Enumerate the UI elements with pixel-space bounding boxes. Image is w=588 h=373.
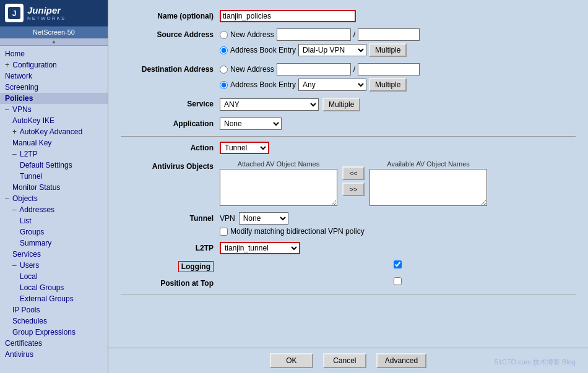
service-row: Service ANY HTTP FTP Multiple bbox=[121, 98, 576, 111]
sidebar-item-summary[interactable]: Summary bbox=[0, 238, 108, 249]
dest-book-select[interactable]: Any Trust Untrust bbox=[298, 79, 366, 91]
sidebar-item-autokey-ike[interactable]: AutoKey IKE bbox=[0, 115, 108, 126]
action-select[interactable]: Tunnel Permit Deny bbox=[220, 142, 269, 154]
source-new-address-input2[interactable] bbox=[358, 28, 420, 41]
sidebar-item-users[interactable]: – Users bbox=[0, 260, 108, 271]
name-input[interactable] bbox=[220, 10, 356, 22]
sidebar-nav: Home + Configuration Network Screening P… bbox=[0, 46, 108, 373]
sidebar-item-policies[interactable]: Policies bbox=[0, 93, 108, 104]
sidebar-item-configuration[interactable]: + Configuration bbox=[0, 59, 108, 71]
l2tp-control: tianjin_tunnel None bbox=[220, 242, 576, 254]
sidebar-item-local[interactable]: Local bbox=[0, 271, 108, 282]
logo-sub: NETWORKS bbox=[27, 15, 66, 21]
sidebar-item-vpns[interactable]: – VPNs bbox=[0, 104, 108, 115]
ok-button[interactable]: OK bbox=[270, 353, 313, 368]
divider1 bbox=[121, 136, 576, 137]
dest-book-label: Address Book Entry bbox=[230, 80, 296, 89]
sidebar-item-groups[interactable]: Groups bbox=[0, 226, 108, 238]
sidebar-item-home[interactable]: Home bbox=[0, 48, 108, 59]
sidebar-item-antivirus[interactable]: Antivirus bbox=[0, 349, 108, 360]
name-row: Name (optional) bbox=[121, 10, 576, 22]
sidebar-item-local-groups[interactable]: Local Groups bbox=[0, 282, 108, 293]
service-control: ANY HTTP FTP Multiple bbox=[220, 98, 576, 111]
application-control: None HTTP bbox=[220, 118, 576, 130]
available-label: Available AV Object Names bbox=[370, 160, 487, 168]
svg-text:J: J bbox=[12, 9, 17, 18]
sidebar-item-ip-pools[interactable]: IP Pools bbox=[0, 304, 108, 315]
modify-row: Modify matching bidirectional VPN policy bbox=[220, 227, 576, 236]
logging-row: Logging bbox=[121, 260, 576, 271]
modify-label: Modify matching bidirectional VPN policy bbox=[230, 227, 365, 236]
source-multiple-button[interactable]: Multiple bbox=[369, 43, 407, 57]
divider2 bbox=[121, 294, 576, 294]
modify-checkbox[interactable] bbox=[220, 228, 228, 236]
sidebar-item-list[interactable]: List bbox=[0, 215, 108, 226]
source-book-label: Address Book Entry bbox=[230, 46, 296, 54]
position-control bbox=[220, 277, 576, 285]
source-address-control: New Address / Address Book Entry Dial-Up… bbox=[220, 28, 576, 57]
vpn-select[interactable]: None tianjin_tunnel bbox=[239, 212, 288, 225]
dest-new-address-radio[interactable] bbox=[220, 66, 228, 74]
logo-text-group: Juniper NETWORKS bbox=[27, 5, 66, 21]
antivirus-row: Antivirus Objects Attached AV Object Nam… bbox=[121, 160, 576, 206]
advanced-button[interactable]: Advanced bbox=[376, 353, 426, 368]
sidebar-item-network[interactable]: Network bbox=[0, 71, 108, 82]
sidebar-item-group-expressions[interactable]: Group Expressions bbox=[0, 327, 108, 338]
logo-icon: J bbox=[5, 4, 24, 22]
dest-new-address-label: New Address bbox=[230, 65, 274, 74]
dest-new-address-input[interactable] bbox=[277, 63, 351, 75]
source-new-address-row: New Address / bbox=[220, 28, 576, 41]
sidebar-item-addresses[interactable]: – Addresses bbox=[0, 204, 108, 215]
antivirus-section: Attached AV Object Names << >> Available… bbox=[220, 160, 576, 206]
dest-multiple-button[interactable]: Multiple bbox=[369, 78, 407, 92]
main: Name (optional) Source Address New Addre… bbox=[108, 0, 588, 373]
logging-checkbox[interactable] bbox=[220, 260, 576, 268]
l2tp-select[interactable]: tianjin_tunnel None bbox=[220, 242, 300, 254]
available-list[interactable] bbox=[370, 169, 487, 206]
sidebar-item-screening[interactable]: Screening bbox=[0, 82, 108, 93]
device-label: NetScreen-50 bbox=[0, 26, 108, 38]
sidebar-item-manual-key[interactable]: Manual Key bbox=[0, 137, 108, 148]
source-book-radio[interactable] bbox=[220, 46, 228, 54]
logo-area: J Juniper NETWORKS bbox=[0, 0, 108, 26]
action-row: Action Tunnel Permit Deny bbox=[121, 142, 576, 154]
service-select[interactable]: ANY HTTP FTP bbox=[220, 98, 319, 111]
sidebar-item-monitor-status[interactable]: Monitor Status bbox=[0, 182, 108, 193]
tunnel-control: VPN None tianjin_tunnel Modify matching … bbox=[220, 212, 576, 236]
sidebar-item-external-groups[interactable]: External Groups bbox=[0, 293, 108, 304]
l2tp-label: L2TP bbox=[121, 242, 220, 252]
source-new-address-radio[interactable] bbox=[220, 31, 228, 39]
source-book-select[interactable]: Dial-Up VPN Any Trust bbox=[298, 44, 366, 56]
sidebar-item-schedules[interactable]: Schedules bbox=[0, 315, 108, 327]
move-right-button[interactable]: >> bbox=[342, 182, 365, 196]
sidebar: J Juniper NETWORKS NetScreen-50 ▲ Home +… bbox=[0, 0, 108, 373]
sidebar-item-default-settings[interactable]: Default Settings bbox=[0, 160, 108, 171]
source-address-row: Source Address New Address / Address Boo… bbox=[121, 28, 576, 57]
dest-address-label: Destination Address bbox=[121, 63, 220, 74]
action-control: Tunnel Permit Deny bbox=[220, 142, 576, 154]
attached-list[interactable] bbox=[220, 169, 337, 206]
cancel-button[interactable]: Cancel bbox=[323, 353, 366, 368]
move-left-button[interactable]: << bbox=[342, 166, 365, 180]
sidebar-item-autokey-advanced[interactable]: + AutoKey Advanced bbox=[0, 126, 108, 137]
source-new-address-input[interactable] bbox=[277, 28, 351, 41]
sidebar-item-services[interactable]: Services bbox=[0, 249, 108, 260]
sidebar-item-l2tp[interactable]: – L2TP bbox=[0, 148, 108, 160]
sidebar-item-tunnel[interactable]: Tunnel bbox=[0, 171, 108, 182]
logging-control bbox=[220, 260, 576, 268]
dest-address-row: Destination Address New Address / Addres… bbox=[121, 63, 576, 92]
service-inline: ANY HTTP FTP Multiple bbox=[220, 98, 576, 111]
watermark: 51CTO.com 技术博客 Blog bbox=[495, 358, 576, 367]
sidebar-item-certificates[interactable]: Certificates bbox=[0, 338, 108, 349]
position-checkbox[interactable] bbox=[220, 277, 576, 285]
action-label: Action bbox=[121, 142, 220, 152]
position-row: Position at Top bbox=[121, 277, 576, 288]
sidebar-item-objects[interactable]: – Objects bbox=[0, 193, 108, 204]
application-label: Application bbox=[121, 118, 220, 128]
dest-book-radio[interactable] bbox=[220, 81, 228, 89]
dest-new-address-input2[interactable] bbox=[358, 63, 420, 75]
position-label: Position at Top bbox=[121, 277, 220, 288]
source-address-label: Source Address bbox=[121, 28, 220, 39]
service-multiple-button[interactable]: Multiple bbox=[322, 98, 360, 111]
application-select[interactable]: None HTTP bbox=[220, 118, 282, 130]
